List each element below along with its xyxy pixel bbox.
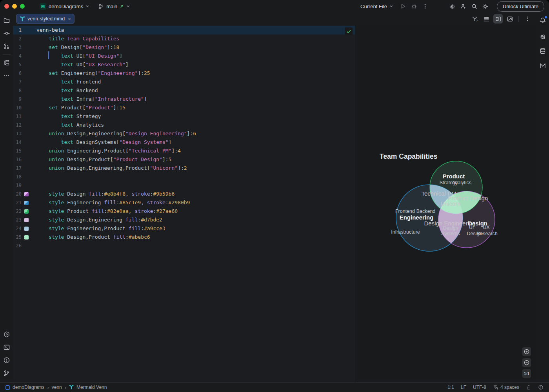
status-info-widget[interactable] (538, 385, 544, 390)
folder-icon (3, 17, 10, 24)
chevron-down-icon (389, 4, 393, 8)
code-line[interactable]: 8 text Backend (13, 86, 355, 95)
venn-label: Infrastructure (391, 229, 420, 235)
line-number: 5 (13, 60, 22, 69)
tab-venn-styled[interactable]: venn-styled.mmd × (16, 14, 75, 24)
mermaid-options-button[interactable]: ? (470, 14, 479, 24)
code-line[interactable]: 10 set Product["Product"]:15 (13, 103, 355, 112)
gutter-color-swatch[interactable] (24, 201, 29, 205)
code-line[interactable]: 6 set Engineering["Engineering"]:25 (13, 69, 355, 78)
code-line[interactable]: 2 title Team Capabilities (13, 34, 355, 43)
pull-requests-tool-button[interactable] (2, 41, 12, 51)
code-line[interactable]: 1venn-beta (13, 26, 355, 34)
line-ending-widget[interactable]: LF (461, 385, 466, 390)
more-tools-button[interactable] (2, 71, 12, 81)
indent-guide (62, 78, 62, 103)
inspections-status-widget[interactable] (345, 27, 353, 35)
code-line[interactable]: 19 (13, 181, 355, 190)
ai-assistant-tool-button[interactable] (538, 32, 548, 42)
notifications-button[interactable] (538, 15, 548, 25)
breadcrumb-file[interactable]: Mermaid Venn (76, 385, 107, 390)
unlocked-icon (526, 385, 531, 390)
close-tab-icon[interactable]: × (68, 16, 71, 22)
database-tool-button[interactable] (538, 46, 548, 56)
maximize-window-button[interactable] (20, 4, 25, 9)
code-line[interactable]: 25 style Design,Product fill:#abebc6 (13, 233, 355, 241)
code-line[interactable]: 26 (13, 241, 355, 250)
services-tool-button[interactable] (2, 329, 12, 339)
code-line[interactable]: 22 style Product fill:#82e0aa, stroke:#2… (13, 207, 355, 216)
problems-tool-button[interactable] (2, 355, 12, 365)
gutter-color-swatch[interactable] (24, 209, 29, 214)
encoding-widget[interactable]: UTF-8 (473, 385, 486, 390)
gutter-color-swatch[interactable] (24, 235, 29, 240)
code-line[interactable]: 14 text DesignSystems["Design Systems"] (13, 138, 355, 147)
project-tool-button[interactable] (2, 15, 12, 25)
code-with-me-button[interactable] (458, 1, 469, 11)
bug-icon (411, 3, 417, 9)
code-line[interactable]: 23 style Design,Engineering fill:#d7bde2 (13, 216, 355, 224)
preview-only-view-button[interactable] (505, 14, 514, 24)
plus-circle-icon (524, 349, 529, 354)
code-line[interactable]: 7 text Frontend (13, 78, 355, 86)
breadcrumb-project[interactable]: demoDiagrams (13, 385, 44, 390)
version-control-tool-button[interactable] (2, 368, 12, 378)
gutter-color-swatch[interactable] (24, 192, 29, 196)
minus-circle-icon (524, 360, 529, 365)
code-line[interactable]: 12 text Analytics (13, 121, 355, 129)
mermaid-file-icon (20, 16, 25, 22)
run-configuration-selector[interactable]: Current File (360, 4, 393, 9)
commit-tool-button[interactable] (2, 28, 12, 38)
minimize-window-button[interactable] (12, 4, 17, 9)
ai-assistant-button[interactable] (447, 1, 458, 11)
gutter-color-swatch[interactable] (24, 218, 29, 222)
split-view-button[interactable] (493, 14, 503, 24)
code-line[interactable]: 17 union Design,Engineering,Product["Uni… (13, 164, 355, 172)
zoom-in-button[interactable] (522, 347, 531, 356)
svg-text:?: ? (476, 19, 478, 22)
indent-widget[interactable]: 4 spaces (493, 385, 519, 390)
unlock-ultimate-button[interactable]: Unlock Ultimate (497, 1, 544, 12)
code-line[interactable]: 4 text UI["UI Design"] (13, 52, 355, 60)
code-line[interactable]: 20 style Design fill:#e8b4f8, stroke:#9b… (13, 190, 355, 198)
code-line[interactable]: 3 set Design["Design"]:18 (13, 43, 355, 52)
line-number: 3 (13, 43, 22, 52)
gutter-color-swatch[interactable] (24, 227, 29, 231)
run-button[interactable] (398, 1, 408, 11)
toolbar-separator (518, 16, 519, 22)
file-lock-widget[interactable] (526, 385, 531, 390)
search-everywhere-button[interactable] (469, 1, 480, 11)
zoom-reset-button[interactable]: 1:1 (522, 369, 531, 378)
project-widget[interactable]: M demoDiagrams (40, 3, 89, 10)
line-number: 2 (13, 34, 22, 43)
code-line[interactable]: 5 text UX["UX Research"] (13, 60, 355, 69)
ide-window: M demoDiagrams main Current File (0, 0, 549, 392)
editor-only-view-button[interactable] (482, 14, 491, 24)
code-lines: 1venn-beta2 title Team Capabilities3 set… (13, 26, 355, 250)
kebab-menu-icon (422, 3, 428, 9)
more-run-actions-button[interactable] (420, 1, 430, 11)
line-number: 25 (13, 233, 22, 241)
code-line[interactable]: 13 union Design,Engineering["Design Engi… (13, 129, 355, 138)
code-line[interactable]: 15 union Engineering,Product["Technical … (13, 147, 355, 155)
code-editor[interactable]: 1venn-beta2 title Team Capabilities3 set… (13, 25, 355, 382)
structure-tool-button[interactable] (2, 58, 12, 68)
code-line[interactable]: 21 style Engineering fill:#85c1e9, strok… (13, 198, 355, 207)
mermaid-panel-button[interactable] (538, 61, 548, 71)
code-line[interactable]: 9 text Infra["Infrastructure"] (13, 95, 355, 103)
line-number: 21 (13, 198, 22, 207)
zoom-out-button[interactable] (522, 358, 531, 367)
code-line[interactable]: 16 union Design,Product["Product Design"… (13, 155, 355, 164)
editor-more-options-button[interactable] (523, 14, 532, 24)
settings-button[interactable] (480, 1, 491, 11)
close-window-button[interactable] (4, 4, 9, 9)
debug-button[interactable] (409, 1, 419, 11)
caret-position-widget[interactable]: 1:1 (447, 385, 454, 390)
code-line[interactable]: 24 style Engineering,Product fill:#a9cce… (13, 224, 355, 233)
vcs-branch-widget[interactable]: main (98, 4, 130, 9)
breadcrumb-folder[interactable]: venn (52, 385, 62, 390)
terminal-tool-button[interactable] (2, 342, 12, 352)
venn-diagram: Technical PMProductStrategyAnalyticsProd… (355, 25, 536, 382)
code-line[interactable]: 11 text Strategy (13, 112, 355, 121)
code-line[interactable]: 18 (13, 172, 355, 181)
